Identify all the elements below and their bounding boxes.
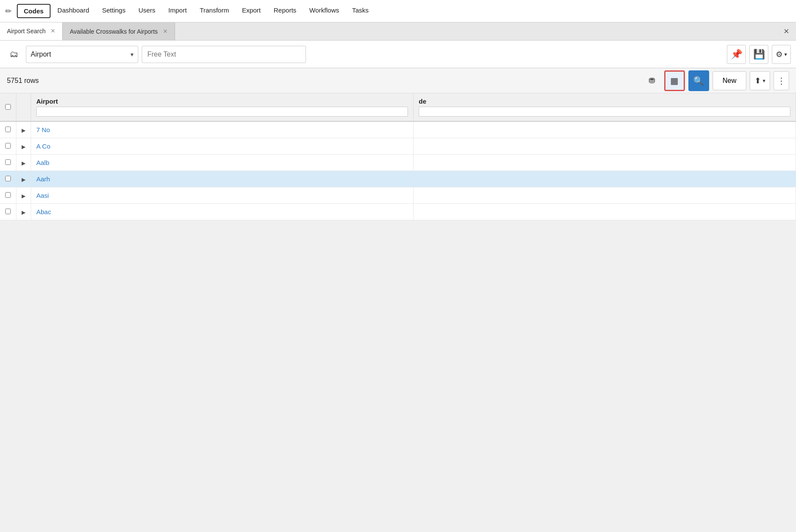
airport-dropdown-label: Airport [31, 51, 127, 58]
tab-bar: Airport Search✕Available Crosswalks for … [0, 22, 796, 41]
code-cell [414, 187, 796, 204]
toolbar: 🗂 Airport ▾ 📌 💾 ⚙ ▾ [0, 41, 796, 68]
table-container: Airport de ▶ 7 No [0, 93, 796, 220]
gear-dropdown-arrow: ▾ [784, 51, 787, 57]
row-checkbox-cell[interactable] [0, 121, 16, 138]
top-nav: ✏ CodesDashboardSettingsUsersImportTrans… [0, 0, 796, 22]
airport-link[interactable]: Aarh [36, 175, 50, 183]
row-checkbox[interactable] [5, 143, 11, 149]
airport-link[interactable]: Aalb [36, 159, 49, 166]
table-row: ▶ Aarh [0, 171, 796, 187]
edit-icon[interactable]: ✏ [5, 6, 12, 16]
tab-label: Available Crosswalks for Airports [70, 28, 158, 35]
expand-icon[interactable]: ▶ [22, 144, 25, 150]
save-button[interactable]: 💾 [749, 45, 768, 64]
tab-items: Airport Search✕Available Crosswalks for … [0, 22, 175, 40]
row-checkbox-cell[interactable] [0, 138, 16, 155]
expand-icon[interactable]: ▶ [22, 127, 25, 133]
nav-item-settings[interactable]: Settings [96, 4, 131, 18]
airport-name-cell: A Co [31, 138, 414, 155]
table-row: ▶ Aalb [0, 155, 796, 171]
row-expand-cell[interactable]: ▶ [16, 121, 31, 138]
row-checkbox[interactable] [5, 176, 11, 181]
action-bar: 5751 rows ⛃ ▦ 🔍 New ⬆ ▾ ⋮ [0, 68, 796, 93]
data-table: Airport de ▶ 7 No [0, 93, 796, 220]
tab-label: Airport Search [7, 28, 45, 35]
nav-item-reports[interactable]: Reports [267, 4, 302, 18]
airport-name-cell: 7 No [31, 121, 414, 138]
row-expand-cell[interactable]: ▶ [16, 187, 31, 204]
nav-item-export[interactable]: Export [236, 4, 267, 18]
select-all-checkbox[interactable] [5, 104, 11, 110]
row-checkbox[interactable] [5, 127, 11, 132]
table-row: ▶ Aasi [0, 187, 796, 204]
nav-item-users[interactable]: Users [132, 4, 161, 18]
folder-button[interactable]: 🗂 [5, 46, 22, 63]
airport-name-cell: Aarh [31, 171, 414, 187]
gear-icon: ⚙ [776, 50, 783, 59]
table-row: ▶ 7 No [0, 121, 796, 138]
airport-dropdown[interactable]: Airport ▾ [26, 46, 138, 63]
row-expand-cell[interactable]: ▶ [16, 171, 31, 187]
nav-items: CodesDashboardSettingsUsersImportTransfo… [17, 4, 375, 18]
tab-airport-search[interactable]: Airport Search✕ [0, 22, 63, 40]
expand-header [16, 93, 31, 121]
table-row: ▶ A Co [0, 138, 796, 155]
column-toggle-button[interactable]: ▦ [664, 70, 685, 91]
code-column-header: de [414, 93, 796, 121]
nav-item-import[interactable]: Import [162, 4, 193, 18]
code-cell [414, 171, 796, 187]
row-expand-cell[interactable]: ▶ [16, 138, 31, 155]
airport-filter-input[interactable] [36, 107, 408, 117]
row-expand-cell[interactable]: ▶ [16, 204, 31, 220]
code-cell [414, 138, 796, 155]
airport-link[interactable]: 7 No [36, 126, 50, 133]
row-expand-cell[interactable]: ▶ [16, 155, 31, 171]
nav-item-codes[interactable]: Codes [17, 4, 51, 18]
row-checkbox[interactable] [5, 192, 11, 198]
close-all-tabs-button[interactable]: ✕ [777, 27, 796, 35]
expand-icon[interactable]: ▶ [22, 193, 25, 199]
airport-link[interactable]: Abac [36, 208, 51, 215]
search-button[interactable]: 🔍 [688, 70, 709, 91]
row-checkbox[interactable] [5, 209, 11, 214]
airport-link[interactable]: A Co [36, 142, 51, 150]
code-cell [414, 121, 796, 138]
airport-link[interactable]: Aasi [36, 192, 49, 199]
export-arrow: ▾ [763, 78, 765, 84]
pin-button[interactable]: 📌 [727, 45, 746, 64]
settings-button[interactable]: ⚙ ▾ [772, 45, 791, 64]
nav-item-workflows[interactable]: Workflows [303, 4, 345, 18]
table-header-row: Airport de [0, 93, 796, 121]
table-row: ▶ Abac [0, 204, 796, 220]
export-icon: ⬆ [755, 76, 761, 86]
filter-button[interactable]: ⛃ [643, 72, 661, 89]
row-count: 5751 rows [7, 77, 640, 85]
more-options-button[interactable]: ⋮ [774, 71, 789, 90]
column-toggle-icon: ▦ [670, 76, 678, 86]
row-checkbox-cell[interactable] [0, 187, 16, 204]
tab-close-button[interactable]: ✕ [163, 28, 168, 35]
free-text-input[interactable] [142, 46, 306, 63]
chevron-down-icon: ▾ [131, 51, 134, 58]
row-checkbox-cell[interactable] [0, 204, 16, 220]
row-checkbox-cell[interactable] [0, 155, 16, 171]
code-cell [414, 155, 796, 171]
airport-name-cell: Aalb [31, 155, 414, 171]
new-button[interactable]: New [713, 71, 746, 90]
tab-close-button[interactable]: ✕ [51, 28, 55, 34]
row-checkbox[interactable] [5, 159, 11, 165]
nav-item-tasks[interactable]: Tasks [346, 4, 375, 18]
nav-item-dashboard[interactable]: Dashboard [51, 4, 95, 18]
expand-icon[interactable]: ▶ [22, 177, 25, 183]
expand-icon[interactable]: ▶ [22, 209, 25, 215]
airport-name-cell: Abac [31, 204, 414, 220]
nav-item-transform[interactable]: Transform [194, 4, 235, 18]
code-filter-input[interactable] [419, 107, 790, 117]
tab-available-crosswalks-for-airports[interactable]: Available Crosswalks for Airports✕ [63, 22, 175, 40]
airport-column-header: Airport [31, 93, 414, 121]
export-button[interactable]: ⬆ ▾ [750, 71, 770, 90]
row-checkbox-cell[interactable] [0, 171, 16, 187]
select-all-header[interactable] [0, 93, 16, 121]
expand-icon[interactable]: ▶ [22, 160, 25, 166]
